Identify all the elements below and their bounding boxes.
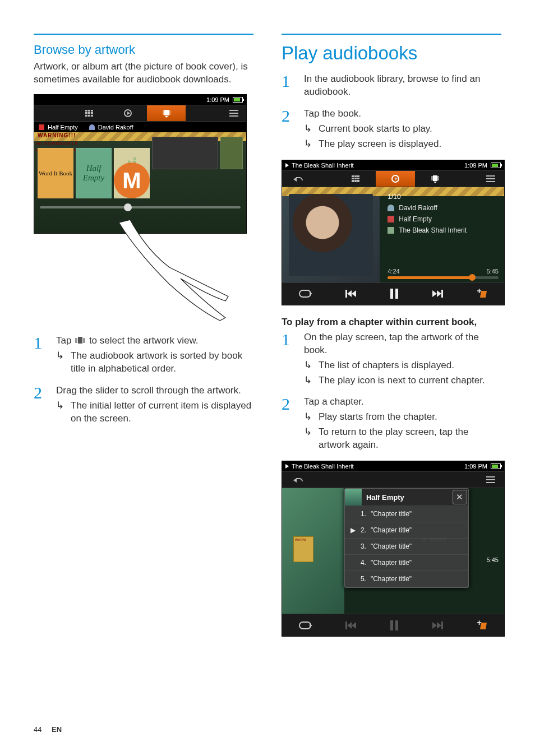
tab-now-playing[interactable] bbox=[376, 171, 416, 187]
previous-button[interactable] bbox=[345, 290, 356, 298]
progress-knob[interactable] bbox=[469, 274, 476, 281]
result-arrow-icon: ↳ bbox=[304, 411, 313, 424]
menu-icon bbox=[486, 476, 495, 483]
cover-collage[interactable] bbox=[152, 137, 218, 169]
tab-list-view[interactable] bbox=[336, 171, 376, 187]
result-text: The initial letter of current item is di… bbox=[71, 400, 253, 425]
pause-button[interactable] bbox=[390, 289, 398, 299]
step-a1: 1 In the audiobook library, browse to fi… bbox=[282, 73, 501, 101]
title-bar: The Bleak Shall Inherit 1:09 PM bbox=[282, 461, 504, 471]
popup-book-title: Half Empty bbox=[362, 493, 451, 502]
playback-controls bbox=[282, 614, 504, 636]
bookmark-button[interactable] bbox=[477, 289, 487, 299]
repeat-button[interactable] bbox=[299, 622, 311, 629]
bg-warning-thumb: WARNI bbox=[293, 536, 313, 562]
tab-now-playing[interactable] bbox=[109, 105, 147, 121]
step-text: Tap a chapter. bbox=[304, 396, 501, 409]
menu-button[interactable] bbox=[477, 171, 504, 187]
page-footer: 44 EN bbox=[34, 725, 62, 734]
svg-line-2 bbox=[109, 221, 114, 224]
result-arrow-icon: ↳ bbox=[304, 359, 313, 372]
progress-bar[interactable] bbox=[388, 276, 499, 279]
playing-icon: ▶ bbox=[350, 526, 356, 534]
step-text: On the play screen, tap the artwork of t… bbox=[304, 331, 501, 357]
menu-icon bbox=[229, 110, 238, 117]
step-b2: 2 Tap a chapter. ↳Play starts from the c… bbox=[282, 396, 501, 454]
result-text: The audiobook artwork is sorted by book … bbox=[71, 350, 253, 375]
track-text: The Bleak Shall Inherit bbox=[399, 226, 467, 234]
svg-line-1 bbox=[120, 217, 121, 218]
title-text: The Bleak Shall Inherit bbox=[292, 463, 354, 470]
figure-play-screen: The Bleak Shall Inherit 1:09 PM bbox=[282, 160, 501, 305]
step-text: In the audiobook library, browse to find… bbox=[304, 73, 501, 99]
view-tabbar bbox=[282, 170, 504, 187]
result-text: The play screen is displayed. bbox=[319, 138, 501, 151]
book-icon bbox=[388, 216, 394, 222]
chapter-row[interactable]: ▶5."Chapter title" bbox=[345, 571, 468, 587]
lang-code: EN bbox=[52, 725, 62, 734]
clock: 1:09 PM bbox=[206, 96, 229, 103]
cover-half-empty[interactable]: Half Empty bbox=[76, 148, 112, 198]
repeat-button[interactable] bbox=[299, 290, 311, 298]
chapter-number: 4. bbox=[361, 559, 366, 567]
tab-artwork-view[interactable] bbox=[147, 105, 186, 121]
cover-landscape[interactable] bbox=[220, 137, 243, 169]
result-text: The play icon is next to current chapter… bbox=[319, 374, 501, 387]
section-rule bbox=[34, 34, 253, 35]
menu-button[interactable] bbox=[222, 105, 246, 121]
result-arrow-icon: ↳ bbox=[56, 350, 65, 375]
menu-icon bbox=[486, 175, 495, 182]
chapter-number: 3. bbox=[361, 542, 366, 550]
next-button[interactable] bbox=[432, 290, 443, 298]
step-text-pre: Tap bbox=[56, 335, 74, 346]
chapter-row[interactable]: ▶3."Chapter title" bbox=[345, 539, 468, 555]
meta-author: David Rakoff bbox=[98, 124, 133, 131]
bookmark-button[interactable] bbox=[477, 620, 487, 630]
meta-title: Half Empty bbox=[48, 124, 78, 131]
cover-word-it-book[interactable]: Word It Book bbox=[38, 148, 73, 198]
chapter-row[interactable]: ▶1."Chapter title" bbox=[345, 506, 468, 522]
close-button[interactable]: ✕ bbox=[453, 490, 467, 504]
step-number: 2 bbox=[282, 108, 294, 153]
scroll-slider[interactable] bbox=[40, 206, 241, 208]
menu-button[interactable] bbox=[477, 472, 504, 488]
step-a2: 2 Tap the book. ↳Current book starts to … bbox=[282, 108, 501, 153]
next-button[interactable] bbox=[432, 622, 443, 629]
device-screenshot-3: The Bleak Shall Inherit 1:09 PM WARNI 1/… bbox=[282, 461, 505, 637]
previous-button[interactable] bbox=[345, 622, 356, 629]
step-number: 2 bbox=[282, 396, 294, 454]
tab-list-view[interactable] bbox=[70, 105, 109, 121]
step-number: 1 bbox=[282, 73, 294, 101]
chapter-title: "Chapter title" bbox=[371, 510, 412, 518]
back-button[interactable] bbox=[282, 472, 313, 488]
chapter-title: "Chapter title" bbox=[371, 526, 412, 534]
book-icon bbox=[39, 124, 44, 130]
chapter-number: 1. bbox=[361, 510, 366, 518]
hand-illustration bbox=[102, 217, 231, 323]
slider-knob[interactable] bbox=[124, 203, 132, 211]
play-indicator-icon bbox=[285, 464, 289, 469]
step-text-post: to select the artwork view. bbox=[89, 335, 199, 346]
person-icon bbox=[89, 124, 95, 130]
view-tabbar bbox=[282, 471, 504, 488]
pause-button[interactable] bbox=[390, 620, 398, 630]
play-circle-icon bbox=[391, 175, 399, 183]
book-artwork[interactable] bbox=[282, 187, 380, 282]
tab-artwork-view[interactable] bbox=[415, 171, 455, 187]
clock: 1:09 PM bbox=[464, 463, 487, 470]
result-text: The list of chapters is displayed. bbox=[319, 359, 501, 372]
chapter-number: 2. bbox=[361, 526, 366, 534]
time-elapsed: 4:24 bbox=[388, 268, 399, 275]
figure-chapter-list: The Bleak Shall Inherit 1:09 PM WARNI 1/… bbox=[282, 461, 501, 637]
back-button[interactable] bbox=[282, 171, 313, 187]
chapter-row[interactable]: ▶2."Chapter title" bbox=[345, 522, 468, 539]
result-arrow-icon: ↳ bbox=[304, 426, 313, 452]
close-icon: ✕ bbox=[456, 492, 463, 502]
letter-badge: M bbox=[114, 163, 150, 198]
chapter-title: "Chapter title" bbox=[371, 575, 412, 583]
playback-controls bbox=[282, 282, 504, 305]
section-rule bbox=[282, 34, 501, 35]
chapter-row[interactable]: ▶4."Chapter title" bbox=[345, 555, 468, 571]
page-number: 44 bbox=[34, 725, 41, 734]
step-number: 2 bbox=[34, 384, 46, 428]
